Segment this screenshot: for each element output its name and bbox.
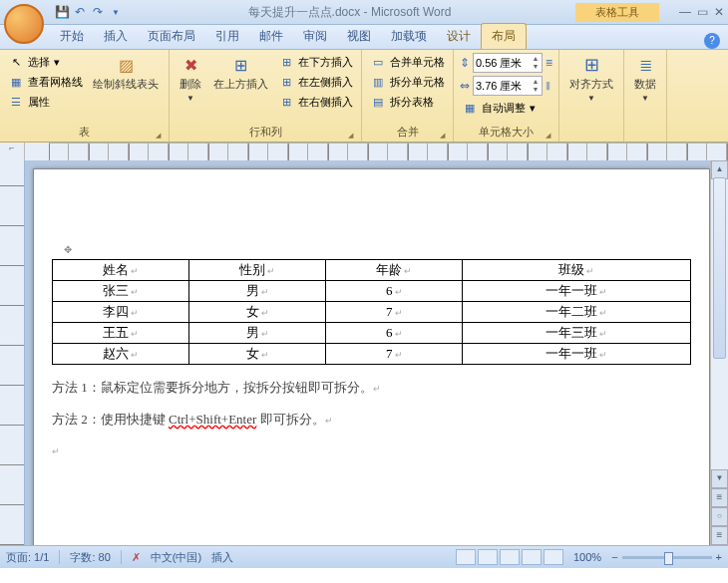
window-title: 每天提升一点点.docx - Microsoft Word	[124, 4, 575, 21]
table-anchor-icon[interactable]: ✥	[64, 244, 72, 255]
office-button[interactable]	[4, 4, 44, 44]
table-row: 王五男6一年三班	[53, 323, 691, 344]
tab-mailings[interactable]: 邮件	[249, 24, 293, 49]
group-label-rowscols: 行和列	[176, 123, 355, 142]
paragraph[interactable]: 方法 1：鼠标定位需要拆分地方，按拆分按钮即可拆分。↵	[52, 379, 691, 397]
delete-icon: ✖	[181, 55, 200, 75]
minimize-icon[interactable]: —	[679, 5, 691, 19]
maximize-icon[interactable]: ▭	[697, 5, 708, 19]
insert-above-button[interactable]: ⊞ 在上方插入	[209, 53, 272, 94]
view-gridlines-button[interactable]: ▦查看网格线	[6, 73, 85, 91]
split-table-icon: ▤	[370, 94, 386, 110]
browse-object-icon[interactable]: ○	[711, 507, 728, 526]
group-table: ↖选择▾ ▦查看网格线 ☰属性 ▨ 绘制斜线表头 表	[0, 50, 170, 142]
undo-icon[interactable]: ↶	[72, 4, 88, 20]
document-table[interactable]: 姓名性别年龄班级 张三男6一年一班 李四女7一年二班 王五男6一年三班 赵六女7…	[52, 259, 691, 365]
tab-references[interactable]: 引用	[205, 24, 249, 49]
split-table-button[interactable]: ▤拆分表格	[368, 93, 447, 111]
row-height-icon: ⇕	[460, 56, 470, 70]
page-indicator[interactable]: 页面: 1/1	[6, 550, 49, 565]
pointer-icon: ↖	[8, 54, 24, 70]
merge-cells-button[interactable]: ▭合并单元格	[368, 53, 447, 71]
tab-home[interactable]: 开始	[50, 24, 94, 49]
help-icon[interactable]: ?	[704, 33, 720, 49]
scroll-down-icon[interactable]: ▼	[711, 469, 728, 488]
tab-insert[interactable]: 插入	[94, 24, 138, 49]
tab-review[interactable]: 审阅	[293, 24, 337, 49]
ruler-toggle[interactable]: ⌐	[0, 143, 25, 160]
tab-layout[interactable]: 布局	[481, 23, 527, 49]
qat-more-icon[interactable]: ▼	[108, 4, 124, 20]
group-label-size: 单元格大小	[460, 123, 552, 142]
zoom-out-icon[interactable]: −	[611, 551, 617, 563]
window-controls: — ▭ ✕	[679, 5, 724, 19]
ribbon: ↖选择▾ ▦查看网格线 ☰属性 ▨ 绘制斜线表头 表 ✖ 删除▼ ⊞ 在上方插入…	[0, 50, 728, 143]
vertical-ruler[interactable]	[0, 160, 25, 545]
prev-page-icon[interactable]: ≡	[711, 488, 728, 507]
merge-icon: ▭	[370, 54, 386, 70]
contextual-tab-title: 表格工具	[575, 3, 659, 22]
tab-addins[interactable]: 加载项	[381, 24, 437, 49]
row-height-input[interactable]: ▲▼	[473, 53, 543, 73]
data-button[interactable]: ≣ 数据▼	[630, 53, 660, 105]
tab-page-layout[interactable]: 页面布局	[138, 24, 205, 49]
data-icon: ≣	[635, 55, 655, 75]
web-layout-view-icon[interactable]	[500, 549, 520, 565]
horizontal-ruler[interactable]	[49, 143, 728, 162]
zoom-slider[interactable]: − +	[611, 551, 722, 563]
zoom-level[interactable]: 100%	[573, 551, 601, 563]
tab-view[interactable]: 视图	[337, 24, 381, 49]
group-alignment: ⊞ 对齐方式▼ .	[559, 50, 624, 142]
status-bar: 页面: 1/1 字数: 80 ✗ 中文(中国) 插入 100% − +	[0, 545, 728, 568]
select-button[interactable]: ↖选择▾	[6, 53, 85, 71]
insert-below-icon: ⊞	[278, 54, 294, 70]
group-label-merge: 合并	[368, 123, 447, 142]
autofit-button[interactable]: ▦自动调整▾	[460, 99, 552, 117]
outline-view-icon[interactable]	[522, 549, 542, 565]
zoom-in-icon[interactable]: +	[716, 551, 722, 563]
distribute-cols-icon[interactable]: ⦀	[546, 79, 550, 93]
fullscreen-view-icon[interactable]	[478, 549, 498, 565]
document-viewport[interactable]: ✥ 姓名性别年龄班级 张三男6一年一班 李四女7一年二班 王五男6一年三班 赵六…	[25, 160, 728, 545]
quick-access-toolbar: 💾 ↶ ↷ ▼	[54, 4, 124, 20]
table-row: 张三男6一年一班	[53, 281, 691, 302]
tab-design[interactable]: 设计	[437, 24, 481, 49]
proofing-icon[interactable]: ✗	[132, 551, 141, 564]
next-page-icon[interactable]: ≡	[711, 526, 728, 545]
print-layout-view-icon[interactable]	[456, 549, 476, 565]
vertical-scrollbar[interactable]: ▲ ▼ ≡ ○ ≡	[710, 160, 728, 545]
split-cells-button[interactable]: ▥拆分单元格	[368, 73, 447, 91]
delete-button[interactable]: ✖ 删除▼	[176, 53, 205, 105]
save-icon[interactable]: 💾	[54, 4, 70, 20]
paragraph[interactable]: ↵	[52, 442, 691, 458]
insert-below-button[interactable]: ⊞在下方插入	[276, 53, 355, 71]
properties-button[interactable]: ☰属性	[6, 93, 85, 111]
scroll-thumb[interactable]	[713, 177, 726, 359]
align-grid-icon: ⊞	[581, 55, 601, 75]
close-icon[interactable]: ✕	[714, 5, 724, 19]
paragraph[interactable]: 方法 2：使用快捷键 Ctrl+Shift+Enter 即可拆分。↵	[52, 411, 691, 429]
page: ✥ 姓名性别年龄班级 张三男6一年一班 李四女7一年二班 王五男6一年三班 赵六…	[33, 168, 710, 545]
word-count[interactable]: 字数: 80	[70, 550, 110, 565]
col-width-input[interactable]: ▲▼	[473, 76, 543, 96]
split-cells-icon: ▥	[370, 74, 386, 90]
insert-left-button[interactable]: ⊞在左侧插入	[276, 73, 355, 91]
draft-view-icon[interactable]	[544, 549, 563, 565]
draw-diagonal-button[interactable]: ▨ 绘制斜线表头	[89, 53, 163, 94]
table-row: 姓名性别年龄班级	[53, 260, 691, 281]
group-label-table: 表	[6, 123, 163, 142]
group-merge: ▭合并单元格 ▥拆分单元格 ▤拆分表格 合并	[362, 50, 454, 142]
alignment-button[interactable]: ⊞ 对齐方式▼	[565, 53, 617, 105]
title-bar: 💾 ↶ ↷ ▼ 每天提升一点点.docx - Microsoft Word 表格…	[0, 0, 728, 25]
ribbon-tabs: 开始 插入 页面布局 引用 邮件 审阅 视图 加载项 设计 布局 ?	[0, 25, 728, 50]
redo-icon[interactable]: ↷	[90, 4, 106, 20]
draw-table-icon: ▨	[116, 55, 136, 75]
insert-mode[interactable]: 插入	[211, 550, 233, 565]
group-data: ≣ 数据▼ .	[624, 50, 667, 142]
language-indicator[interactable]: 中文(中国)	[151, 550, 201, 565]
table-row: 李四女7一年二班	[53, 302, 691, 323]
distribute-rows-icon[interactable]: ≡	[546, 56, 552, 70]
group-rows-cols: ✖ 删除▼ ⊞ 在上方插入 ⊞在下方插入 ⊞在左侧插入 ⊞在右侧插入 行和列	[170, 50, 362, 142]
insert-right-button[interactable]: ⊞在右侧插入	[276, 93, 355, 111]
table-row: 赵六女7一年一班	[53, 344, 691, 365]
